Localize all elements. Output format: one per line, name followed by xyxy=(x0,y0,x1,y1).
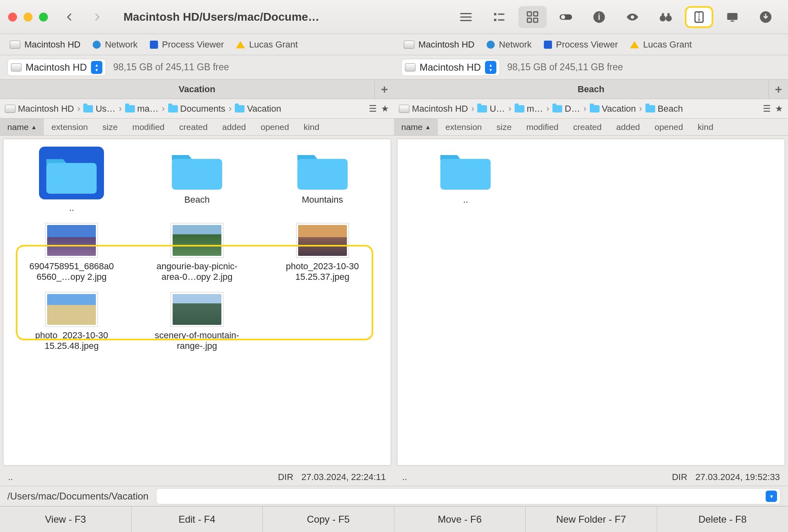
svg-rect-4 xyxy=(527,18,531,22)
star-icon[interactable]: ★ xyxy=(381,104,389,114)
globe-icon xyxy=(93,41,101,49)
col-created[interactable]: created xyxy=(566,122,609,132)
svg-rect-20 xyxy=(46,163,97,194)
tab-process-viewer[interactable]: Process Viewer xyxy=(150,39,224,50)
col-opened[interactable]: opened xyxy=(253,122,297,132)
move-button[interactable]: Move - F6 xyxy=(394,506,526,532)
tab-lucas-grant[interactable]: Lucas Grant xyxy=(236,39,298,50)
tab-macintosh-hd[interactable]: Macintosh HD xyxy=(10,39,80,50)
back-button[interactable] xyxy=(59,7,80,27)
col-added[interactable]: added xyxy=(609,122,647,132)
delete-button[interactable]: Delete - F8 xyxy=(657,506,788,532)
new-folder-button[interactable]: New Folder - F7 xyxy=(526,506,657,532)
col-kind[interactable]: kind xyxy=(691,122,721,132)
folder-parent[interactable]: .. xyxy=(405,147,526,205)
crumb-item[interactable]: Macintosh HD xyxy=(5,104,74,114)
tab-network[interactable]: Network xyxy=(93,39,138,50)
col-size[interactable]: size xyxy=(489,122,519,132)
crumb-item[interactable]: Vacation xyxy=(235,104,281,114)
item-label: angourie-bay-picnic-area-0…opy 2.jpg xyxy=(154,261,240,282)
tab-process-viewer[interactable]: Process Viewer xyxy=(544,39,618,50)
drive-icon xyxy=(544,41,552,49)
tab-network[interactable]: Network xyxy=(487,39,532,50)
svg-rect-21 xyxy=(172,159,222,190)
svg-rect-3 xyxy=(534,12,538,16)
crumb-item[interactable]: ma… xyxy=(125,104,159,114)
dropdown-icon[interactable]: ▾ xyxy=(766,491,777,502)
new-tab-button[interactable]: + xyxy=(375,80,394,99)
left-status: .. DIR 27.03.2024, 22:24:11 xyxy=(0,469,394,486)
crumb-item[interactable]: D… xyxy=(552,104,580,114)
minimize-button[interactable] xyxy=(24,13,32,22)
forward-button[interactable] xyxy=(87,7,107,27)
left-columns: name▲ extension size modified created ad… xyxy=(0,119,394,136)
tab-macintosh-hd[interactable]: Macintosh HD xyxy=(404,39,474,50)
command-input[interactable]: ▾ xyxy=(156,488,781,504)
close-button[interactable] xyxy=(8,13,17,22)
crumb-item[interactable]: Beach xyxy=(645,104,683,114)
col-extension[interactable]: extension xyxy=(44,122,95,132)
view-columns-button[interactable] xyxy=(485,6,513,28)
image-item[interactable]: 6904758951_6868a06560_…opy 2.jpg xyxy=(11,223,132,282)
maximize-button[interactable] xyxy=(39,13,48,22)
new-tab-button[interactable]: + xyxy=(769,80,788,99)
folder-parent[interactable]: .. xyxy=(11,147,132,213)
col-size[interactable]: size xyxy=(95,122,125,132)
window-controls xyxy=(8,13,48,22)
col-name[interactable]: name▲ xyxy=(0,119,44,135)
image-item[interactable]: angourie-bay-picnic-area-0…opy 2.jpg xyxy=(136,223,258,282)
left-pane[interactable]: .. Beach Mountains 6904758951_6868a06560… xyxy=(2,138,392,466)
right-columns: name▲ extension size modified created ad… xyxy=(394,119,788,136)
right-tab-title[interactable]: Beach + xyxy=(394,80,788,99)
col-opened[interactable]: opened xyxy=(647,122,691,132)
remote-icon[interactable] xyxy=(718,6,747,28)
view-list-button[interactable] xyxy=(452,6,480,28)
left-tab-title[interactable]: Vacation + xyxy=(0,80,394,99)
quicklook-icon[interactable] xyxy=(618,6,647,28)
crumb-item[interactable]: m… xyxy=(515,104,543,114)
copy-button[interactable]: Copy - F5 xyxy=(263,506,394,532)
col-kind[interactable]: kind xyxy=(297,122,327,132)
left-drive-selector[interactable]: Macintosh HD ▴▾ xyxy=(7,59,106,76)
col-created[interactable]: created xyxy=(172,122,215,132)
svg-rect-13 xyxy=(662,13,664,17)
item-label: Mountains xyxy=(302,195,343,205)
folder-icon xyxy=(169,147,225,191)
image-item[interactable]: photo_2023-10-30 15.25.48.jpeg xyxy=(11,292,132,351)
compress-icon[interactable] xyxy=(685,6,713,28)
star-icon[interactable]: ★ xyxy=(775,104,783,114)
image-item[interactable]: scenery-of-mountain-range-.jpg xyxy=(136,292,258,351)
right-drive-selector[interactable]: Macintosh HD ▴▾ xyxy=(401,59,500,76)
edit-button[interactable]: Edit - F4 xyxy=(132,506,263,532)
col-added[interactable]: added xyxy=(215,122,253,132)
right-pane[interactable]: .. xyxy=(396,138,786,466)
list-toggle-icon[interactable]: ☰ xyxy=(763,104,771,114)
right-free-space: 98,15 GB of 245,11 GB free xyxy=(507,62,623,73)
toggle-switch-icon[interactable] xyxy=(552,6,580,28)
hd-icon xyxy=(11,63,22,71)
col-extension[interactable]: extension xyxy=(438,122,489,132)
hd-icon xyxy=(405,63,416,71)
view-button[interactable]: View - F3 xyxy=(0,506,132,532)
crumb-item[interactable]: Vacation xyxy=(590,104,636,114)
right-status: .. DIR 27.03.2024, 19:52:33 xyxy=(394,469,788,486)
tab-lucas-grant[interactable]: Lucas Grant xyxy=(630,39,692,50)
crumb-item[interactable]: Us… xyxy=(83,104,115,114)
col-name[interactable]: name▲ xyxy=(394,119,438,135)
image-item[interactable]: photo_2023-10-30 15.25.37.jpeg xyxy=(262,223,383,282)
col-modified[interactable]: modified xyxy=(125,122,172,132)
crumb-item[interactable]: Documents xyxy=(168,104,225,114)
view-icons-button[interactable] xyxy=(518,6,547,28)
svg-rect-22 xyxy=(297,159,348,190)
binoculars-icon[interactable] xyxy=(652,6,680,28)
svg-point-7 xyxy=(561,15,565,19)
list-toggle-icon[interactable]: ☰ xyxy=(369,104,377,114)
download-icon[interactable] xyxy=(751,6,780,28)
info-icon[interactable]: i xyxy=(585,6,613,28)
gdrive-icon xyxy=(630,41,639,48)
col-modified[interactable]: modified xyxy=(519,122,566,132)
crumb-item[interactable]: U… xyxy=(477,104,505,114)
folder-beach[interactable]: Beach xyxy=(136,147,258,213)
folder-mountains[interactable]: Mountains xyxy=(262,147,383,213)
crumb-item[interactable]: Macintosh HD xyxy=(399,104,468,114)
